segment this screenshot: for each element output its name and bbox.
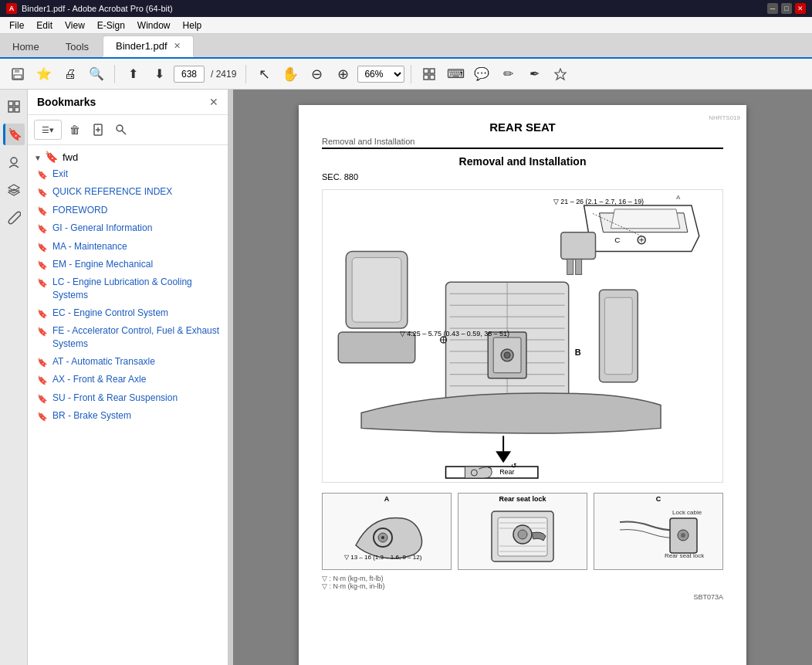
maximize-button[interactable]: □: [781, 3, 792, 14]
reduce-button[interactable]: 🔍: [85, 63, 108, 86]
delete-bookmark-button[interactable]: 🗑: [65, 120, 85, 140]
tab-home[interactable]: Home: [0, 36, 52, 57]
bookmark-icon: 🔖: [37, 326, 48, 338]
pdf-viewer-area[interactable]: NHRTS019 REAR SEAT Removal and Installat…: [233, 90, 812, 665]
tab-binder1-label: Binder1.pdf: [116, 40, 167, 52]
bookmark-ma[interactable]: 🔖 MA - Maintenance: [28, 238, 228, 256]
pdf-page: NHRTS019 REAR SEAT Removal and Installat…: [299, 105, 746, 665]
tab-binder1[interactable]: Binder1.pdf ✕: [103, 36, 194, 57]
bookmark-lc[interactable]: 🔖 LC - Engine Lubrication & Cooling Syst…: [28, 273, 228, 304]
zoom-in-button[interactable]: ⊕: [331, 63, 354, 86]
svg-text:A: A: [676, 194, 681, 201]
tab-binder1-close[interactable]: ✕: [174, 41, 181, 51]
tab-tools-label: Tools: [66, 41, 89, 53]
draw-button[interactable]: ✒: [523, 63, 546, 86]
svg-point-62: [381, 536, 384, 539]
bookmark-br[interactable]: 🔖 BR - Brake System: [28, 407, 228, 425]
signatures-icon[interactable]: [3, 151, 25, 173]
bookmark-ax[interactable]: 🔖 AX - Front & Rear Axle: [28, 371, 228, 388]
bookmark-fe[interactable]: 🔖 FE - Accelerator Control, Fuel & Exhau…: [28, 322, 228, 353]
close-button[interactable]: ✕: [795, 3, 806, 14]
bookmarks-tree: ▼ 🔖 fwd 🔖 Exit 🔖 QUICK REFERENCE INDEX 🔖…: [28, 145, 228, 665]
separator-3: [411, 65, 411, 83]
expand-icon: ▼: [34, 154, 42, 162]
menu-help[interactable]: Help: [177, 19, 208, 32]
bookmark-foreword-label: FOREWORD: [52, 204, 222, 217]
minimize-button[interactable]: ─: [767, 3, 778, 14]
bookmark-icon: 🔖: [37, 357, 48, 368]
toolbar: ⭐ 🖨 🔍 ⬆ ⬇ / 2419 ↖ ✋ ⊖ ⊕ 50% 66% 75% 100…: [0, 59, 812, 90]
app-icon: A: [6, 3, 17, 14]
sidebar-toolbar: ☰▾ 🗑: [28, 115, 228, 145]
svg-rect-4: [430, 69, 435, 73]
menu-window[interactable]: Window: [131, 19, 177, 32]
zoom-select[interactable]: 50% 66% 75% 100% 125% 150% 200%: [357, 66, 404, 83]
stamp-button[interactable]: [549, 63, 572, 86]
page-thumbnails-icon[interactable]: [3, 96, 25, 117]
svg-rect-1: [15, 69, 19, 73]
bookmark-em[interactable]: 🔖 EM - Engine Mechanical: [28, 256, 228, 273]
pdf-page-title: REAR SEAT: [322, 120, 723, 134]
main-diagram: ▽ 21 – 26 (2.1 – 2.7, 16 – 19) A A: [322, 189, 723, 483]
bookmarks-panel-icon[interactable]: 🔖: [3, 124, 25, 145]
search-bookmark-button[interactable]: [111, 120, 131, 140]
bookmark-exit[interactable]: 🔖 Exit: [28, 165, 228, 183]
bookmark-icon-fwd: 🔖: [45, 151, 58, 163]
new-bookmark-button[interactable]: [88, 120, 108, 140]
bookmark-em-label: EM - Engine Mechanical: [52, 258, 222, 271]
next-page-button[interactable]: ⬇: [147, 63, 171, 86]
bookmark-ec-label: EC - Engine Control System: [52, 307, 222, 320]
bookmark-su-label: SU - Front & Rear Suspension: [52, 392, 222, 405]
tab-tools[interactable]: Tools: [53, 36, 101, 57]
svg-text:▽ 13 – 16 (1.3 – 1.6, 9 – 12): ▽ 13 – 16 (1.3 – 1.6, 9 – 12): [344, 554, 422, 561]
bookmark-icon: 🔖: [37, 308, 48, 320]
bookmark-ec[interactable]: 🔖 EC - Engine Control System: [28, 304, 228, 322]
svg-rect-6: [430, 75, 435, 80]
bookmark-button[interactable]: ⭐: [32, 63, 56, 86]
hand-tool[interactable]: ✋: [279, 63, 302, 86]
tab-home-label: Home: [12, 41, 39, 53]
bookmark-gi[interactable]: 🔖 GI - General Information: [28, 219, 228, 237]
svg-text:B: B: [575, 348, 581, 357]
keyboard-button[interactable]: ⌨: [444, 63, 467, 86]
bookmark-quick-ref[interactable]: 🔖 QUICK REFERENCE INDEX: [28, 183, 228, 201]
menu-bar: File Edit View E-Sign Window Help: [0, 17, 812, 34]
zoom-out-button[interactable]: ⊖: [305, 63, 328, 86]
pdf-section-label: Removal and Installation: [322, 137, 723, 149]
bookmark-icon: 🔖: [37, 242, 48, 253]
main-area: 🔖 Bookmarks ✕ ☰▾ 🗑: [0, 90, 812, 665]
svg-text:↺: ↺: [511, 462, 517, 470]
tab-bar: Home Tools Binder1.pdf ✕: [0, 34, 812, 59]
thumbnail-b: Rear seat lock: [458, 493, 587, 570]
svg-text:▽ 4.25 – 5.75 (0.43 – 0.59, 38: ▽ 4.25 – 5.75 (0.43 – 0.59, 38 – 51): [400, 330, 509, 338]
sidebar-close-button[interactable]: ✕: [209, 96, 218, 108]
svg-rect-11: [15, 107, 19, 112]
bookmark-icon: 🔖: [37, 260, 48, 271]
menu-view[interactable]: View: [59, 19, 91, 32]
page-input[interactable]: [174, 66, 205, 83]
menu-esign[interactable]: E-Sign: [91, 19, 131, 32]
prev-page-button[interactable]: ⬆: [121, 63, 144, 86]
print-button[interactable]: 🖨: [59, 63, 82, 86]
bookmark-su[interactable]: 🔖 SU - Front & Rear Suspension: [28, 389, 228, 407]
menu-file[interactable]: File: [3, 19, 30, 32]
bookmark-icon: 🔖: [37, 375, 48, 386]
bookmark-fwd-root[interactable]: ▼ 🔖 fwd: [28, 148, 228, 165]
fwd-label: fwd: [63, 151, 78, 163]
bookmark-options-dropdown[interactable]: ☰▾: [34, 120, 62, 140]
cursor-tool[interactable]: ↖: [252, 63, 276, 86]
svg-rect-25: [352, 258, 401, 323]
attachments-icon[interactable]: [3, 207, 25, 229]
bookmark-foreword[interactable]: 🔖 FOREWORD: [28, 202, 228, 219]
svg-rect-2: [14, 75, 22, 79]
fit-page-button[interactable]: [418, 63, 441, 86]
save-button[interactable]: [6, 63, 29, 86]
bookmark-at[interactable]: 🔖 AT - Automatic Transaxle: [28, 353, 228, 371]
footer-line-1: ▽ : N·m (kg-m, ft-lb): [322, 575, 723, 582]
svg-point-12: [11, 158, 17, 164]
thumbnail-a-label: A: [384, 495, 390, 503]
highlight-button[interactable]: ✏: [496, 63, 519, 86]
comment-button[interactable]: 💬: [470, 63, 493, 86]
layers-icon[interactable]: [3, 179, 25, 201]
menu-edit[interactable]: Edit: [30, 19, 59, 32]
